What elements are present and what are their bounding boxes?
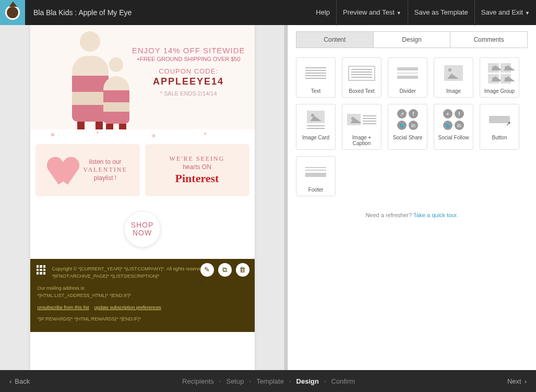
pinterest-card[interactable]: WE'RE SEEING hearts ON Pinterest [145, 144, 249, 196]
heart-icon [47, 156, 79, 185]
shop-l1: SHOP [131, 221, 154, 229]
footer-line3: Our mailing address is: [38, 284, 247, 292]
save-template-button[interactable]: Save as Template [408, 0, 474, 25]
block-image-label: Image [446, 88, 461, 94]
chevron-right-icon: › [289, 378, 291, 384]
block-image[interactable]: Image [434, 57, 473, 98]
shop-now-button[interactable]: SHOP NOW [124, 211, 161, 247]
block-socialshare-label: Social Share [393, 135, 423, 140]
top-bar: Bla Bla Kids : Apple of My Eye Help Prev… [0, 0, 536, 25]
right-panel: Content Design Comments Text Boxed Text … [288, 25, 536, 370]
email-footer-block[interactable]: ✎ ⧉ 🗑 Copyright © *|CURRENT_YEAR|* *|LIS… [30, 259, 255, 332]
update-prefs-link[interactable]: update subscription preferences [94, 305, 161, 310]
footer-line6: *|IF:REWARDS|* *|HTML:REWARDS|* *|END:IF… [38, 315, 247, 323]
edit-icon[interactable]: ✎ [200, 263, 214, 277]
block-imagecaption-label: Image + Caption [344, 135, 379, 146]
block-imagecard-label: Image Card [302, 135, 329, 140]
valentine-l3: playlist ! [83, 174, 127, 183]
quick-tour-link[interactable]: Take a quick tour. [413, 212, 458, 218]
promo-text: ENJOY 14% OFF SITEWIDE +FREE GROUND SHIP… [132, 46, 245, 97]
next-button[interactable]: Next› [507, 377, 527, 385]
footer-links: unsubscribe from this list update subscr… [38, 304, 247, 311]
card-row[interactable]: listen to our VALENTINE playlist ! WE'RE… [30, 140, 255, 204]
campaign-title: Bla Bla Kids : Apple of My Eye [33, 8, 132, 17]
logo-mailchimp[interactable] [0, 0, 25, 25]
unsubscribe-link[interactable]: unsubscribe from this list [38, 305, 89, 310]
step-design[interactable]: Design [296, 377, 319, 385]
back-button[interactable]: ‹Back [9, 377, 30, 385]
hero-block[interactable]: ENJOY 14% OFF SITEWIDE +FREE GROUND SHIP… [30, 25, 255, 129]
caret-down-icon: ▼ [397, 10, 401, 16]
panel-tabs: Content Design Comments [296, 31, 528, 48]
block-footer[interactable]: Footer [296, 156, 336, 196]
shop-l2: NOW [133, 229, 152, 237]
block-button-label: Button [492, 135, 507, 140]
delete-icon[interactable]: 🗑 [236, 263, 249, 277]
valentine-l2: VALENTINE [83, 166, 127, 174]
block-footer-label: Footer [308, 187, 324, 193]
help-link[interactable]: Help [309, 0, 336, 25]
wizard-steps: Recipients› Setup› Template› Design› Con… [182, 377, 355, 385]
chevron-right-icon: › [525, 377, 527, 385]
step-template[interactable]: Template [256, 377, 284, 385]
block-divider[interactable]: Divider [388, 57, 427, 98]
chevron-right-icon: › [324, 378, 326, 384]
block-boxed-label: Boxed Text [349, 88, 374, 94]
caret-down-icon: ▼ [525, 10, 530, 16]
valentine-card[interactable]: listen to our VALENTINE playlist ! [35, 144, 140, 196]
step-confirm[interactable]: Confirm [331, 377, 355, 385]
block-imagegroup-label: Image Group [484, 88, 515, 94]
block-image-group[interactable]: Image Group [480, 57, 519, 98]
confetti-divider [30, 129, 255, 140]
refresher-hint: Need a refresher? Take a quick tour. [296, 212, 528, 218]
preview-label: Preview and Test [343, 8, 395, 16]
save-exit-menu[interactable]: Save and Exit▼ [474, 0, 536, 26]
promo-line1: ENJOY 14% OFF SITEWIDE [132, 46, 245, 55]
valentine-l1: listen to our [83, 158, 127, 167]
chevron-right-icon: › [219, 378, 221, 384]
promo-line2: +FREE GROUND SHIPPING OVER $50 [132, 56, 245, 62]
valentine-text: listen to our VALENTINE playlist ! [83, 158, 127, 183]
promo-ends: * SALE ENDS 2/14/14 [132, 90, 245, 97]
main-split: ENJOY 14% OFF SITEWIDE +FREE GROUND SHIP… [0, 25, 536, 370]
pinterest-l1: WE'RE SEEING [170, 155, 225, 163]
preview-menu[interactable]: Preview and Test▼ [336, 0, 408, 26]
block-social-follow[interactable]: +f🐦inSocial Follow [434, 104, 473, 150]
next-label: Next [507, 377, 521, 385]
bottom-bar: ‹Back Recipients› Setup› Template› Desig… [0, 370, 536, 392]
block-toolbar: ✎ ⧉ 🗑 [200, 263, 249, 277]
block-image-card[interactable]: Image Card [296, 104, 336, 150]
step-recipients[interactable]: Recipients [182, 377, 214, 385]
save-exit-label: Save and Exit [481, 8, 523, 16]
block-socialfollow-label: Social Follow [438, 135, 469, 140]
promo-code: APPLEEYE14 [132, 76, 245, 87]
doll-image-small [103, 62, 129, 129]
block-button[interactable]: Button [480, 104, 519, 150]
refresher-text: Need a refresher? [365, 212, 413, 218]
preview-canvas: ENJOY 14% OFF SITEWIDE +FREE GROUND SHIP… [0, 25, 284, 370]
block-text[interactable]: Text [296, 57, 336, 98]
chevron-right-icon: › [249, 378, 251, 384]
pinterest-text: WE'RE SEEING hearts ON [170, 155, 225, 171]
pinterest-l2: hearts ON [170, 163, 225, 172]
duplicate-icon[interactable]: ⧉ [218, 263, 232, 277]
tab-comments[interactable]: Comments [450, 32, 527, 47]
shop-block[interactable]: SHOP NOW [30, 204, 255, 259]
chevron-left-icon: ‹ [9, 377, 11, 385]
block-boxed-text[interactable]: Boxed Text [342, 57, 382, 98]
email-preview[interactable]: ENJOY 14% OFF SITEWIDE +FREE GROUND SHIP… [30, 25, 255, 370]
block-text-label: Text [311, 88, 320, 94]
top-actions: Help Preview and Test▼ Save as Template … [309, 0, 536, 26]
block-divider-label: Divider [399, 88, 415, 94]
block-image-caption[interactable]: Image + Caption [342, 104, 382, 150]
pinterest-logo: Pinterest [175, 172, 219, 185]
tab-design[interactable]: Design [373, 32, 450, 47]
drag-handle-icon[interactable] [37, 265, 46, 275]
block-social-share[interactable]: ↗f🐦inSocial Share [388, 104, 427, 150]
monkey-icon [5, 5, 20, 20]
promo-line3: COUPON CODE: [132, 67, 245, 75]
step-setup[interactable]: Setup [226, 377, 244, 385]
back-label: Back [15, 377, 30, 385]
tab-content[interactable]: Content [296, 32, 373, 47]
footer-line4: *|HTML:LIST_ADDRESS_HTML|* *|END:IF|* [38, 292, 247, 299]
